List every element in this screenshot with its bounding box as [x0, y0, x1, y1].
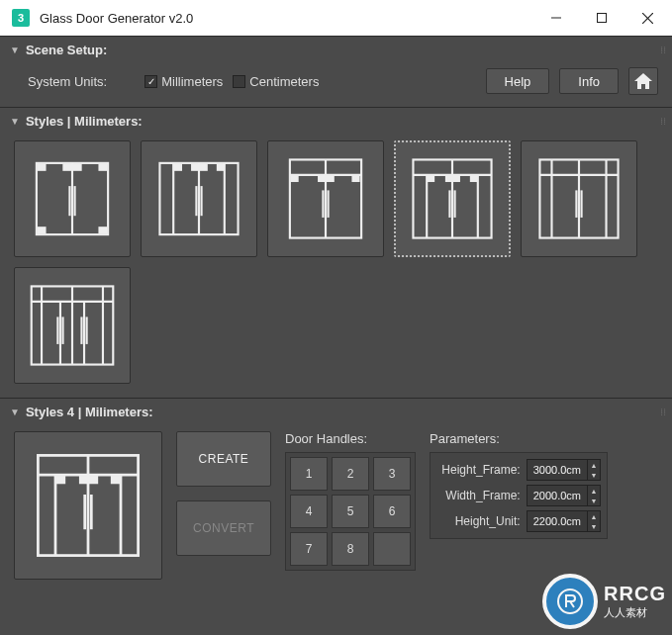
- param-row-height-unit: Height_Unit: 2200.0cm ▲▼: [436, 510, 601, 532]
- chevron-down-icon: ▼: [10, 116, 20, 127]
- style-detail-title: Styles 4 | Milimeters:: [26, 405, 153, 419]
- svg-rect-42: [446, 177, 451, 181]
- style-tile-5[interactable]: [521, 140, 637, 257]
- centimeters-label: Centimeters: [249, 74, 319, 89]
- action-column: CREATE CONVERT: [176, 431, 271, 556]
- handle-button-5[interactable]: 5: [332, 495, 369, 528]
- watermark: RRCG 人人素材: [542, 574, 666, 629]
- svg-rect-13: [100, 227, 107, 232]
- spinner-value: 2000.0cm: [528, 490, 587, 501]
- parameters-box: Height_Frame: 3000.0cm ▲▼ Width_Frame: 2…: [430, 452, 608, 539]
- style-tile-3[interactable]: [267, 140, 384, 257]
- svg-rect-29: [292, 177, 298, 181]
- home-icon: [633, 72, 653, 90]
- handle-button-7[interactable]: 7: [290, 532, 328, 566]
- spinner-down-icon[interactable]: ▼: [588, 470, 600, 480]
- minimize-button[interactable]: [533, 0, 579, 36]
- chevron-down-icon: ▼: [10, 407, 20, 417]
- watermark-text: RRCG: [604, 583, 666, 605]
- parameters-group: Parameters: Height_Frame: 3000.0cm ▲▼ Wi…: [430, 431, 608, 539]
- maximize-button[interactable]: [579, 0, 624, 36]
- handle-button-1[interactable]: 1: [290, 457, 328, 491]
- svg-rect-40: [429, 177, 433, 181]
- watermark-logo-icon: [542, 574, 598, 629]
- height-unit-spinner[interactable]: 2200.0cm ▲▼: [527, 510, 601, 532]
- param-label: Height_Unit:: [436, 514, 521, 528]
- grip-icon: ⁞⁞: [660, 116, 666, 127]
- scene-setup-panel: ▼ Scene Setup: ⁞⁞ System Units: ✓ Millim…: [0, 36, 672, 107]
- svg-rect-10: [74, 165, 81, 170]
- styles-grid: [0, 133, 672, 398]
- param-label: Width_Frame:: [436, 489, 521, 502]
- spinner-value: 2200.0cm: [528, 515, 587, 527]
- help-button[interactable]: Help: [486, 68, 550, 94]
- width-frame-spinner[interactable]: 2000.0cm ▲▼: [527, 485, 601, 506]
- svg-rect-9: [63, 165, 70, 170]
- close-button[interactable]: [624, 0, 670, 36]
- millimeters-checkbox[interactable]: ✓ Millimeters: [144, 74, 223, 89]
- checkbox-checked-icon: ✓: [144, 75, 157, 88]
- info-button[interactable]: Info: [559, 68, 619, 94]
- style-tile-2[interactable]: [141, 140, 257, 257]
- door-handles-title: Door Handles:: [285, 431, 416, 446]
- spinner-value: 3000.0cm: [528, 464, 587, 476]
- app-icon: 3: [12, 9, 30, 27]
- svg-rect-31: [319, 177, 325, 181]
- scene-setup-title: Scene Setup:: [26, 43, 107, 57]
- centimeters-checkbox[interactable]: Centimeters: [233, 74, 319, 89]
- checkbox-icon: [233, 75, 245, 88]
- svg-rect-41: [471, 177, 476, 181]
- svg-rect-12: [39, 227, 46, 232]
- param-label: Height_Frame:: [436, 463, 521, 477]
- door-handles-grid: 1 2 3 4 5 6 7 8: [285, 452, 416, 571]
- style-tile-1[interactable]: [14, 140, 131, 257]
- svg-rect-21: [192, 165, 198, 170]
- svg-rect-1: [598, 14, 607, 23]
- scene-setup-header[interactable]: ▼ Scene Setup: ⁞⁞: [0, 37, 672, 61]
- svg-rect-8: [39, 165, 46, 170]
- spinner-up-icon[interactable]: ▲: [588, 486, 600, 496]
- titlebar: 3 Glass Door Generator v2.0: [0, 0, 672, 36]
- spinner-down-icon[interactable]: ▼: [588, 496, 600, 505]
- handle-button-8[interactable]: 8: [332, 532, 369, 566]
- svg-rect-70: [112, 477, 119, 483]
- handle-button-empty: [373, 532, 411, 566]
- svg-rect-22: [201, 165, 207, 170]
- style-tile-6[interactable]: [14, 267, 131, 384]
- convert-button[interactable]: CONVERT: [176, 500, 271, 556]
- styles-header[interactable]: ▼ Styles | Milimeters: ⁞⁞: [0, 108, 672, 133]
- grip-icon: ⁞⁞: [660, 407, 666, 417]
- styles-panel: ▼ Styles | Milimeters: ⁞⁞: [0, 107, 672, 398]
- handle-button-4[interactable]: 4: [290, 495, 328, 528]
- svg-rect-20: [175, 165, 181, 170]
- system-units-label: System Units:: [28, 74, 107, 89]
- handle-button-6[interactable]: 6: [373, 495, 411, 528]
- style-preview: [14, 431, 162, 580]
- svg-rect-32: [328, 177, 334, 181]
- svg-rect-69: [57, 477, 64, 483]
- chevron-down-icon: ▼: [10, 45, 20, 55]
- style-detail-panel: ▼ Styles 4 | Milimeters: ⁞⁞ CREATE CONVE…: [0, 398, 672, 593]
- handle-button-3[interactable]: 3: [373, 457, 411, 491]
- style-detail-header[interactable]: ▼ Styles 4 | Milimeters: ⁞⁞: [0, 399, 672, 423]
- spinner-up-icon[interactable]: ▲: [588, 511, 600, 521]
- style-tile-4[interactable]: [394, 140, 511, 257]
- svg-rect-43: [454, 177, 459, 181]
- height-frame-spinner[interactable]: 3000.0cm ▲▼: [527, 459, 601, 481]
- millimeters-label: Millimeters: [161, 74, 223, 89]
- svg-rect-11: [100, 165, 107, 170]
- spinner-up-icon[interactable]: ▲: [588, 460, 600, 470]
- svg-rect-30: [353, 177, 359, 181]
- svg-rect-23: [218, 165, 224, 170]
- param-row-height-frame: Height_Frame: 3000.0cm ▲▼: [436, 459, 601, 481]
- window-title: Glass Door Generator v2.0: [40, 11, 533, 26]
- parameters-title: Parameters:: [430, 431, 608, 446]
- handle-button-2[interactable]: 2: [332, 457, 369, 491]
- svg-rect-71: [80, 477, 87, 483]
- svg-rect-72: [90, 477, 97, 483]
- styles-title: Styles | Milimeters:: [26, 114, 143, 129]
- home-button[interactable]: [628, 67, 658, 95]
- create-button[interactable]: CREATE: [176, 431, 271, 487]
- spinner-down-icon[interactable]: ▼: [588, 521, 600, 531]
- param-row-width-frame: Width_Frame: 2000.0cm ▲▼: [436, 485, 601, 506]
